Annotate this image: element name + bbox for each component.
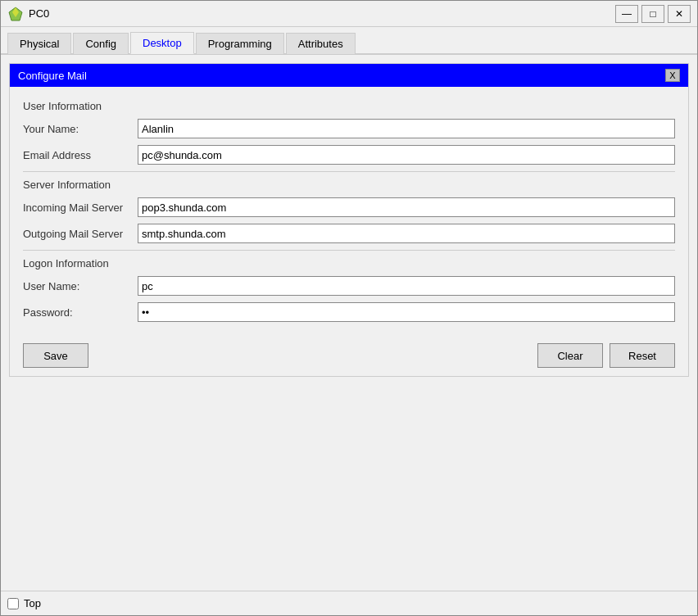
logon-info-section-label: Logon Information [23,257,675,270]
button-row: Save Clear Reset [10,337,688,376]
panel-header: Configure Mail X [10,64,688,87]
your-name-row: Your Name: [23,119,675,138]
main-content: Configure Mail X User Information Your N… [1,55,697,591]
tab-bar: Physical Config Desktop Programming Attr… [1,27,697,55]
title-bar: PC0 — □ ✕ [1,1,697,27]
your-name-label: Your Name: [23,123,138,135]
divider-1 [23,171,675,172]
main-window: PC0 — □ ✕ Physical Config Desktop Progra… [0,0,698,616]
incoming-mail-row: Incoming Mail Server [23,197,675,217]
tab-physical[interactable]: Physical [7,33,71,54]
divider-2 [23,250,675,251]
password-label: Password: [23,306,138,319]
username-label: User Name: [23,280,138,292]
maximize-button[interactable]: □ [641,5,664,23]
tab-config[interactable]: Config [73,33,129,54]
incoming-mail-label: Incoming Mail Server [23,202,138,214]
btn-left-group: Save [23,343,88,368]
pco-icon [7,6,24,22]
panel-close-button[interactable]: X [665,69,680,82]
top-label: Top [24,597,41,609]
tab-attributes[interactable]: Attributes [286,33,356,54]
title-bar-left: PC0 [7,6,49,22]
clear-button[interactable]: Clear [537,343,603,368]
window-title: PC0 [29,7,49,20]
outgoing-mail-label: Outgoing Mail Server [23,228,138,240]
incoming-mail-input[interactable] [138,197,675,217]
window-close-button[interactable]: ✕ [668,5,691,23]
outgoing-mail-row: Outgoing Mail Server [23,224,675,243]
email-input[interactable] [138,145,675,165]
your-name-input[interactable] [138,119,675,138]
user-info-section-label: User Information [23,100,675,112]
configure-mail-panel: Configure Mail X User Information Your N… [9,63,689,377]
tab-desktop[interactable]: Desktop [130,32,194,54]
server-info-section-label: Server Information [23,179,675,191]
bottom-bar: Top [1,591,697,615]
panel-title: Configure Mail [18,70,87,82]
reset-button[interactable]: Reset [610,343,675,368]
title-bar-controls: — □ ✕ [615,5,691,23]
minimize-button[interactable]: — [615,5,638,23]
email-label: Email Address [23,149,138,161]
username-row: User Name: [23,276,675,296]
outgoing-mail-input[interactable] [138,224,675,243]
password-row: Password: [23,302,675,322]
email-row: Email Address [23,145,675,165]
panel-body: User Information Your Name: Email Addres… [10,87,688,337]
top-checkbox[interactable] [7,598,19,609]
save-button[interactable]: Save [23,343,88,368]
tab-programming[interactable]: Programming [196,33,284,54]
username-input[interactable] [138,276,675,296]
password-input[interactable] [138,302,675,322]
btn-right-group: Clear Reset [537,343,675,368]
